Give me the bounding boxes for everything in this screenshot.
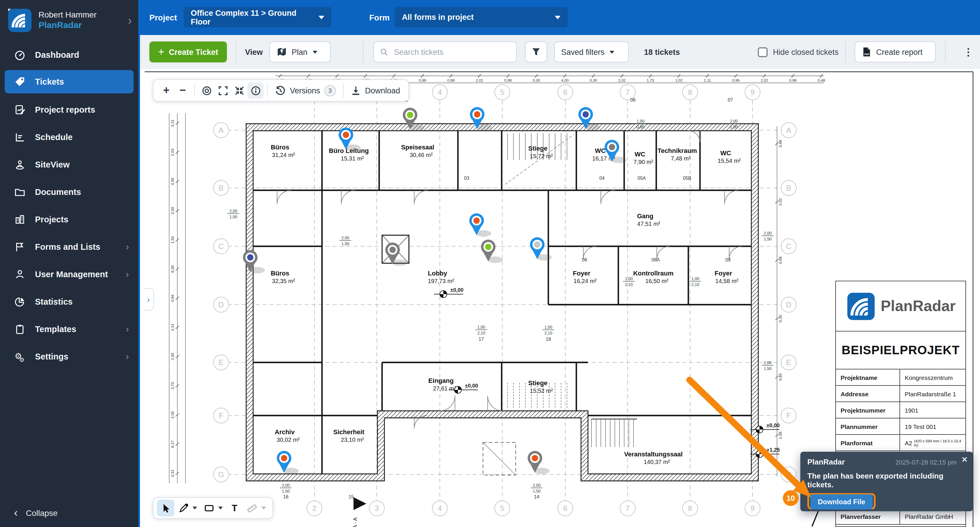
sidebar-item-settings[interactable]: ⚙⚙Settings›	[0, 342, 138, 370]
room-label: Büros	[270, 143, 290, 151]
svg-text:1,50: 1,50	[341, 241, 349, 246]
search-input[interactable]	[393, 47, 511, 57]
sidebar-item-documents[interactable]: Documents	[0, 178, 138, 205]
svg-text:2,10: 2,10	[625, 282, 633, 287]
room-label: Veranstaltungssaal	[624, 451, 683, 458]
sidebar-item-dashboard[interactable]: Dashboard	[0, 41, 138, 68]
sidebar-item-tickets[interactable]: Tickets	[5, 70, 134, 93]
svg-text:E: E	[786, 358, 791, 367]
user-name: Robert Hammer	[38, 10, 97, 20]
templates-icon	[14, 323, 25, 335]
saved-filters-select[interactable]: Saved filters	[554, 41, 629, 62]
svg-text:5: 5	[500, 88, 504, 97]
search-icon	[380, 47, 388, 57]
svg-text:0,84: 0,84	[170, 295, 175, 302]
svg-text:0,31: 0,31	[170, 470, 175, 477]
close-icon[interactable]: ✕	[961, 455, 968, 464]
svg-text:1,50: 1,50	[764, 366, 772, 371]
svg-text:1,50: 1,50	[229, 215, 237, 219]
svg-text:07: 07	[728, 97, 733, 102]
checkbox[interactable]	[758, 47, 768, 57]
text-tool[interactable]: T	[226, 500, 243, 516]
chevron-left-icon: ‹	[14, 506, 18, 519]
filter-button[interactable]	[525, 41, 547, 62]
sidebar-item-projects[interactable]: Projects	[0, 205, 138, 233]
form-select[interactable]: All forms in project	[395, 7, 568, 27]
fit-to-screen-button[interactable]	[231, 82, 247, 99]
pdf-icon: PDF	[862, 47, 872, 57]
room-label: Stiege	[528, 145, 547, 152]
plan-info-button[interactable]	[247, 82, 264, 99]
room-label: Gang	[637, 212, 653, 220]
room-area: 16,24 m²	[574, 278, 597, 284]
create-report-button[interactable]: PDF Create report	[854, 41, 935, 62]
sidebar-expander[interactable]: ›	[143, 288, 154, 310]
view-label: View	[245, 35, 263, 69]
level-marker-label: ±0,00	[450, 287, 463, 293]
fullscreen-button[interactable]	[215, 82, 231, 99]
download-file-button[interactable]: Download File	[810, 494, 873, 509]
sidebar-item-templates[interactable]: Templates›	[0, 315, 138, 342]
sidebar-item-user-management[interactable]: User Management›	[0, 260, 138, 288]
more-options-button[interactable]: ⋮	[958, 41, 979, 62]
svg-text:G: G	[218, 470, 224, 479]
download-plan-button[interactable]: Download	[347, 85, 404, 96]
select-tool[interactable]	[157, 500, 174, 516]
planradar-logo	[846, 291, 876, 321]
toast-timestamp: 2025-07-28 02:15 pm	[896, 459, 957, 466]
svg-text:2,10: 2,10	[544, 331, 552, 335]
pen-tool[interactable]	[174, 500, 192, 516]
room-label: Technikraum	[657, 147, 697, 154]
room-area: 15,31 m²	[341, 155, 364, 162]
project-select[interactable]: Office Complex 11 > Ground Floor	[184, 7, 331, 27]
hide-closed-tickets[interactable]: Hide closed tickets	[758, 35, 838, 69]
svg-text:7: 7	[625, 88, 630, 97]
svg-text:F: F	[219, 411, 223, 420]
pen-tool-caret[interactable]	[192, 506, 197, 509]
title-block-brand: PlanRadar	[881, 297, 956, 315]
level-marker-label: +1,25	[767, 447, 780, 453]
zoom-out-button[interactable]: −	[174, 82, 191, 99]
shape-tool[interactable]	[200, 500, 218, 516]
versions-button[interactable]: Versions 3	[271, 85, 339, 96]
svg-text:2,03: 2,03	[170, 148, 175, 156]
sidebar-item-label: Statistics	[35, 297, 73, 306]
toast-message: The plan has been exported including tic…	[807, 471, 966, 489]
zoom-in-button[interactable]: +	[158, 82, 174, 99]
sidebar-item-forms-and-lists[interactable]: Forms and Lists›	[0, 233, 138, 260]
room-label: Sicherheit	[333, 428, 364, 436]
sidebar-item-project-reports[interactable]: Project reports	[0, 96, 138, 123]
svg-text:3,70: 3,70	[170, 382, 175, 389]
download-icon	[351, 85, 361, 96]
account-switcher[interactable]: Robert Hammer PlanRadar ›	[0, 0, 140, 41]
sidebar-item-label: Templates	[35, 324, 76, 334]
sidebar-item-statistics[interactable]: Statistics	[0, 288, 138, 315]
measure-tool[interactable]	[243, 500, 261, 516]
room-label: WC	[595, 147, 606, 154]
measure-tool-caret[interactable]	[261, 506, 266, 509]
sidebar-accent-edge	[138, 0, 140, 527]
caret-down-icon	[555, 16, 561, 19]
svg-text:7: 7	[625, 504, 630, 513]
svg-text:0,68: 0,68	[778, 140, 783, 147]
create-ticket-button[interactable]: + Create Ticket	[150, 41, 227, 62]
settings-icon: ⚙⚙	[14, 350, 25, 362]
statistics-icon	[14, 296, 25, 307]
history-icon	[275, 85, 286, 96]
collapse-button[interactable]: ‹ Collapse	[0, 499, 72, 527]
plus-icon: +	[158, 46, 164, 58]
view-select[interactable]: Plan	[269, 41, 331, 62]
svg-text:B: B	[786, 183, 791, 192]
plan-toolbar: + − Versions 3	[153, 80, 409, 102]
focus-target-button[interactable]	[198, 82, 215, 99]
sidebar-item-siteview[interactable]: SiteView	[0, 151, 138, 178]
tickets-toolbar: + Create Ticket View Plan	[140, 35, 980, 69]
svg-text:2,00: 2,00	[170, 207, 175, 214]
svg-text:2,00: 2,00	[170, 353, 175, 360]
svg-text:0,99: 0,99	[789, 78, 797, 83]
shape-tool-caret[interactable]	[218, 506, 223, 509]
versions-count-badge: 3	[325, 85, 336, 96]
sidebar-item-schedule[interactable]: Schedule	[0, 123, 138, 151]
sidebar-item-label: Forms and Lists	[35, 242, 100, 251]
svg-text:4,00: 4,00	[170, 411, 175, 419]
